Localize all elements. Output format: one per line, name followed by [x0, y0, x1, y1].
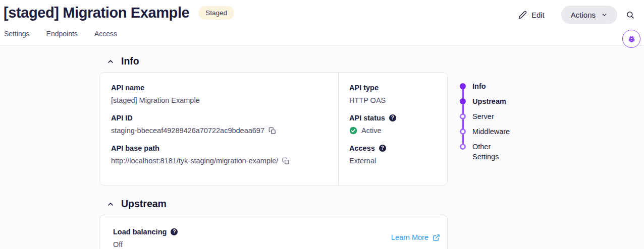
api-base-path-label: API base path [111, 143, 327, 153]
hollow-dot-icon [460, 129, 466, 135]
load-balancing-field: Load balancing ? Off [113, 227, 178, 249]
api-id-text: staging-bbeceaf49289426a70722ac9bdeaa697 [111, 126, 264, 136]
api-base-path-value: http://localhost:8181/tyk-staging/migrat… [111, 156, 327, 166]
tab-access[interactable]: Access [94, 30, 117, 38]
section-nav-label: Info [472, 79, 486, 91]
section-nav-item-info[interactable]: Info [457, 79, 507, 94]
api-name-value: [staged] Migration Example [111, 95, 327, 105]
info-card-right-column: API type HTTP OAS API status ? Active [338, 73, 447, 185]
actions-button-label: Actions [571, 11, 596, 19]
edit-button[interactable]: Edit [518, 11, 545, 19]
info-section-header[interactable]: Info [99, 55, 448, 67]
api-name-field: API name [staged] Migration Example [111, 83, 327, 105]
section-nav-item-upstream[interactable]: Upstream [457, 94, 507, 109]
api-id-value: staging-bbeceaf49289426a70722ac9bdeaa697 [111, 126, 327, 136]
info-section-title: Info [121, 55, 139, 67]
tab-bar: Settings Endpoints Access [4, 30, 117, 38]
upstream-card: Load balancing ? Off Learn More [99, 215, 448, 249]
api-id-label: API ID [111, 113, 327, 123]
check-circle-icon [349, 127, 357, 135]
api-type-label: API type [349, 83, 437, 93]
actions-button[interactable]: Actions [561, 6, 617, 24]
api-id-field: API ID staging-bbeceaf49289426a70722ac9b… [111, 113, 327, 136]
access-field: Access ? External [349, 143, 437, 166]
edit-button-label: Edit [531, 11, 545, 19]
external-link-icon [433, 234, 440, 241]
upstream-section-title: Upstream [121, 198, 167, 210]
api-type-value: HTTP OAS [349, 95, 437, 105]
section-nav-item-middleware[interactable]: Middleware [457, 124, 507, 139]
api-status-label-text: API status [349, 113, 385, 123]
debug-widget-button[interactable] [622, 30, 640, 48]
chevron-up-icon [106, 200, 115, 208]
help-icon[interactable]: ? [379, 145, 386, 152]
section-nav-item-server[interactable]: Server [457, 109, 507, 124]
api-status-label: API status ? [349, 113, 437, 123]
filled-dot-icon [460, 98, 466, 104]
load-balancing-label-text: Load balancing [113, 227, 167, 237]
load-balancing-value: Off [113, 239, 178, 249]
section-nav-label: Middleware [472, 124, 510, 137]
load-balancing-label: Load balancing ? [113, 227, 178, 237]
access-label-text: Access [349, 143, 375, 153]
title-row: [staged] Migration Example Staged [4, 5, 234, 21]
content-area: Info API name [staged] Migration Example… [0, 46, 644, 249]
api-status-field: API status ? Active [349, 113, 437, 136]
status-badge: Staged [198, 6, 234, 20]
api-base-path-field: API base path http://localhost:8181/tyk-… [111, 143, 327, 166]
page-title: [staged] Migration Example [4, 5, 189, 21]
section-nav: Info Upstream Server Middleware Other Se… [457, 79, 507, 164]
chevron-up-icon [106, 57, 115, 66]
section-nav-label: Upstream [472, 94, 506, 106]
info-card-left-column: API name [staged] Migration Example API … [100, 73, 338, 185]
chevron-down-icon [601, 12, 608, 18]
header: [staged] Migration Example Staged Settin… [0, 0, 644, 46]
api-base-path-text: http://localhost:8181/tyk-staging/migrat… [111, 156, 278, 166]
hollow-dot-icon [460, 113, 466, 119]
learn-more-label: Learn More [391, 233, 428, 241]
upstream-section-header[interactable]: Upstream [99, 198, 448, 210]
learn-more-link[interactable]: Learn More [391, 233, 440, 241]
copy-icon[interactable] [282, 157, 290, 165]
section-nav-item-other-settings[interactable]: Other Settings [457, 139, 507, 164]
api-type-field: API type HTTP OAS [349, 83, 437, 105]
copy-icon[interactable] [269, 127, 276, 135]
section-nav-label: Other Settings [472, 139, 507, 162]
search-icon [626, 11, 634, 19]
api-name-label: API name [111, 83, 327, 93]
section-nav-label: Server [472, 109, 494, 121]
pencil-icon [518, 11, 527, 19]
tab-endpoints[interactable]: Endpoints [46, 30, 78, 38]
access-label: Access ? [349, 143, 437, 153]
main-column: Info API name [staged] Migration Example… [99, 46, 448, 249]
hollow-dot-icon [460, 144, 466, 150]
search-button[interactable] [626, 11, 634, 19]
api-status-text: Active [361, 126, 382, 136]
header-controls: Edit Actions [518, 6, 634, 24]
help-icon[interactable]: ? [171, 228, 178, 235]
info-card: API name [staged] Migration Example API … [99, 72, 448, 185]
api-status-value: Active [349, 126, 437, 136]
tab-settings[interactable]: Settings [4, 30, 30, 38]
api-detail-page: [staged] Migration Example Staged Settin… [0, 0, 644, 249]
bug-icon [627, 35, 636, 43]
help-icon[interactable]: ? [389, 114, 396, 121]
access-value: External [349, 156, 437, 166]
filled-dot-icon [460, 83, 466, 89]
